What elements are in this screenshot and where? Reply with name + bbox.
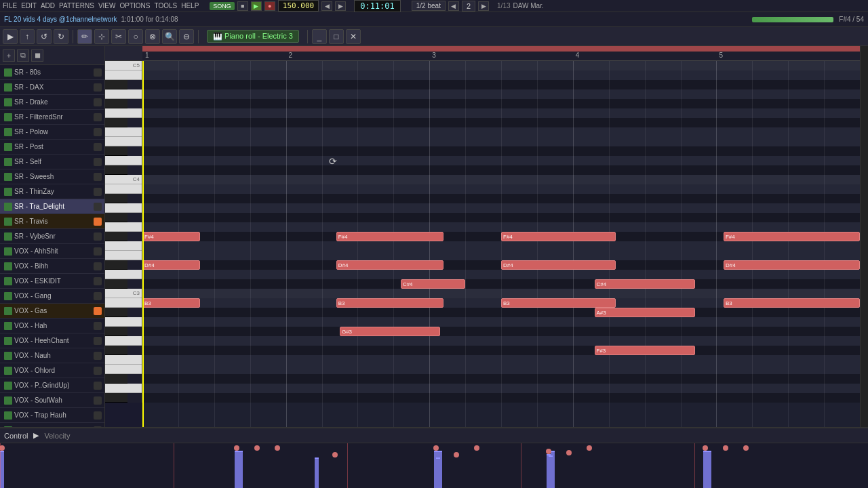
piano-white-key[interactable] xyxy=(105,241,142,251)
piano-white-key[interactable]: C3 xyxy=(105,289,142,298)
beat-display[interactable]: 1/2 beat xyxy=(412,1,446,11)
piano-white-key[interactable] xyxy=(105,365,142,374)
measure-ruler[interactable]: 12345 xyxy=(142,46,860,61)
piano-white-key[interactable] xyxy=(105,108,142,118)
piano-black-key[interactable] xyxy=(105,260,127,270)
piano-black-key[interactable] xyxy=(105,165,127,175)
velocity-area[interactable] xyxy=(0,443,868,488)
piano-black-key[interactable] xyxy=(105,393,127,403)
note-block[interactable]: D#4 xyxy=(501,260,616,270)
track-item[interactable]: SR - FilteredSnr xyxy=(0,110,104,125)
piano-white-key[interactable] xyxy=(105,184,142,194)
note-block[interactable]: F#4 xyxy=(501,232,616,241)
piano-black-key[interactable] xyxy=(105,232,127,241)
redo-btn[interactable]: ↻ xyxy=(54,29,68,44)
note-block[interactable]: B3 xyxy=(142,298,200,308)
stop-button[interactable]: ■ xyxy=(237,1,248,11)
song-button[interactable]: SONG xyxy=(210,2,235,10)
track-item[interactable]: SR - Sweesh xyxy=(0,169,104,184)
menu-file[interactable]: FILE xyxy=(3,2,17,9)
track-item[interactable]: VOX - WaiWah xyxy=(0,423,104,427)
note-block[interactable]: B3 xyxy=(724,298,860,308)
menu-items[interactable]: FILE EDIT ADD PATTERNS VIEW OPTIONS TOOL… xyxy=(3,2,199,9)
nav-up-btn[interactable]: ↑ xyxy=(20,29,35,44)
note-block[interactable]: D#4 xyxy=(142,260,200,270)
piano-white-key[interactable] xyxy=(105,127,142,137)
bpm-down[interactable]: ◀ xyxy=(321,1,332,11)
play-button[interactable]: ▶ xyxy=(251,1,262,11)
track-item[interactable]: VOX - P..GrindUp) xyxy=(0,378,104,393)
piano-white-key[interactable] xyxy=(105,317,142,327)
piano-white-key[interactable] xyxy=(105,203,142,213)
delete-tool[interactable]: ✂ xyxy=(111,29,126,44)
add-track-btn[interactable]: + xyxy=(3,49,15,62)
minimize-btn[interactable]: _ xyxy=(312,29,327,44)
clone-track-btn[interactable]: ⧉ xyxy=(17,49,29,62)
piano-white-key[interactable] xyxy=(105,355,142,365)
menu-tools[interactable]: TOOLS xyxy=(154,2,177,9)
note-block[interactable]: D#4 xyxy=(724,260,860,270)
track-item[interactable]: SR - VybeSnr xyxy=(0,229,104,244)
track-item[interactable]: VOX - ESKIDIT xyxy=(0,274,104,289)
piano-white-key[interactable] xyxy=(105,298,142,308)
note-block[interactable]: A#3 xyxy=(595,308,695,317)
piano-black-key[interactable] xyxy=(105,194,127,203)
slice-tool[interactable]: ⊗ xyxy=(145,29,160,44)
menu-patterns[interactable]: PATTERNS xyxy=(59,2,94,9)
maximize-btn[interactable]: □ xyxy=(329,29,344,44)
play-toolbar-btn[interactable]: ▶ xyxy=(3,29,18,44)
menu-edit[interactable]: EDIT xyxy=(21,2,37,9)
note-grid[interactable]: F#4D#4B3F#4D#4B3G#3C#4F#4D#4B3C#4A#3F#3F… xyxy=(142,61,860,427)
note-block[interactable]: D#4 xyxy=(336,260,444,270)
menu-options[interactable]: OPTIONS xyxy=(119,2,150,9)
track-item[interactable]: VOX - Trap Hauh xyxy=(0,408,104,423)
piano-black-key[interactable] xyxy=(105,327,127,336)
note-block[interactable]: B3 xyxy=(501,298,616,308)
piano-black-key[interactable] xyxy=(105,308,127,317)
piano-black-key[interactable] xyxy=(105,146,127,156)
piano-white-key[interactable] xyxy=(105,156,142,165)
piano-keys[interactable]: C5C4C3 xyxy=(105,61,142,403)
note-block[interactable]: F#3 xyxy=(595,346,695,355)
piano-white-key[interactable] xyxy=(105,336,142,346)
close-btn[interactable]: ✕ xyxy=(346,29,361,44)
track-item[interactable]: SR - Post xyxy=(0,140,104,155)
piano-white-key[interactable] xyxy=(105,137,142,146)
note-block[interactable]: C#4 xyxy=(595,279,695,289)
track-item[interactable]: SR - Polow xyxy=(0,125,104,140)
track-item[interactable]: VOX - Nauh xyxy=(0,348,104,363)
track-item[interactable]: SR - Self xyxy=(0,155,104,169)
piano-black-key[interactable] xyxy=(105,118,127,127)
piano-black-key[interactable] xyxy=(105,279,127,289)
beat-next[interactable]: ▶ xyxy=(478,1,489,11)
track-item[interactable]: SR - ThinZay xyxy=(0,184,104,199)
menu-help[interactable]: HELP xyxy=(181,2,199,9)
zoom-in-btn[interactable]: 🔍 xyxy=(162,29,177,44)
piano-black-key[interactable] xyxy=(105,346,127,355)
piano-white-key[interactable] xyxy=(105,270,142,279)
note-block[interactable]: F#4 xyxy=(724,232,860,241)
piano-white-key[interactable] xyxy=(105,89,142,99)
bpm-up[interactable]: ▶ xyxy=(335,1,346,11)
mute-track-btn[interactable]: ◼ xyxy=(31,49,43,62)
piano-black-key[interactable] xyxy=(105,374,127,384)
track-item[interactable]: SR - 80s xyxy=(0,65,104,80)
track-item[interactable]: SR - Tra_Delight xyxy=(0,199,104,214)
note-block[interactable]: C#4 xyxy=(401,279,465,289)
vertical-scrollbar[interactable] xyxy=(860,46,868,61)
note-block[interactable]: F#4 xyxy=(336,232,444,241)
track-item[interactable]: SR - Travis xyxy=(0,214,104,229)
note-block[interactable]: F#4 xyxy=(142,232,200,241)
piano-black-key[interactable] xyxy=(105,99,127,108)
track-item[interactable]: VOX - HeehChant xyxy=(0,333,104,348)
note-block[interactable]: G#3 xyxy=(340,327,440,336)
menu-view[interactable]: VIEW xyxy=(98,2,116,9)
vertical-scrollbar-2[interactable] xyxy=(860,61,868,427)
zoom-out-btn[interactable]: ⊖ xyxy=(179,29,194,44)
track-item[interactable]: SR - Drake xyxy=(0,95,104,110)
track-item[interactable]: VOX - AhhShit xyxy=(0,244,104,259)
piano-white-key[interactable] xyxy=(105,251,142,260)
beat-prev[interactable]: ◀ xyxy=(448,1,459,11)
piano-white-key[interactable] xyxy=(105,384,142,393)
piano-white-key[interactable] xyxy=(105,70,142,80)
